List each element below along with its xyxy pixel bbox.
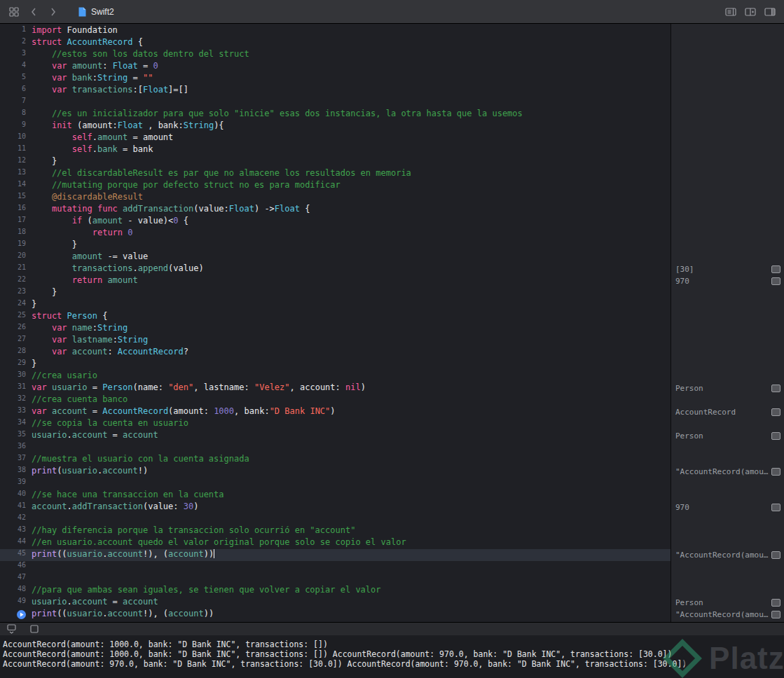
code-line[interactable]: var usuario = Person(name: "den", lastna… [32, 382, 670, 394]
code-line[interactable]: return amount [32, 275, 670, 287]
line-number[interactable]: 20 [0, 251, 32, 263]
line-number[interactable]: 48 [0, 585, 32, 597]
code-line[interactable] [32, 442, 670, 454]
code-line[interactable]: var account = AccountRecord(amount: 1000… [32, 406, 670, 418]
code-line[interactable]: //mutating porque por defecto struct no … [32, 180, 670, 192]
code-line[interactable]: //crea usario [32, 371, 670, 382]
line-number[interactable]: 26 [0, 323, 32, 335]
show-result-button[interactable] [771, 551, 780, 559]
code-line[interactable]: print(usuario.account!) [32, 466, 670, 478]
tab-swift2[interactable]: Swift2 [77, 4, 114, 20]
chevron-right-icon[interactable] [45, 4, 62, 20]
run-playground-button[interactable] [17, 610, 26, 619]
line-number[interactable]: 2 [0, 37, 32, 49]
code-line[interactable]: var name:String [32, 323, 670, 335]
line-number[interactable]: 6 [0, 85, 32, 97]
line-number[interactable]: 1 [0, 25, 32, 37]
code-area[interactable]: import Foundationstruct AccountRecord { … [32, 24, 670, 621]
grid-icon[interactable] [6, 4, 22, 20]
show-result-button[interactable] [771, 432, 780, 440]
line-number[interactable]: 24 [0, 299, 32, 311]
show-result-button[interactable] [771, 468, 780, 476]
line-number[interactable]: 4 [0, 61, 32, 73]
show-result-button[interactable] [771, 277, 780, 285]
line-number[interactable]: 32 [0, 394, 32, 406]
code-line[interactable]: //estos son los datos dentro del struct [32, 49, 670, 61]
line-number[interactable]: 10 [0, 132, 32, 144]
code-line[interactable]: usuario.account = account [32, 430, 670, 442]
code-line[interactable]: //el discardableResult es par que no alm… [32, 168, 670, 180]
line-number[interactable]: 43 [0, 525, 32, 537]
console-toggle-icon[interactable] [7, 624, 16, 634]
show-result-button[interactable] [771, 599, 780, 607]
code-line[interactable]: var transactions:[Float]=[] [32, 85, 670, 97]
code-line[interactable]: //es un inicializador para que solo "ini… [32, 109, 670, 120]
line-number[interactable]: 34 [0, 418, 32, 430]
code-line[interactable]: var amount: Float = 0 [32, 61, 670, 73]
line-number[interactable]: 9 [0, 120, 32, 132]
line-number[interactable]: 45 [0, 549, 32, 561]
line-number[interactable]: 42 [0, 513, 32, 525]
line-number[interactable]: 37 [0, 454, 32, 466]
line-number[interactable]: 28 [0, 347, 32, 359]
line-number[interactable]: 13 [0, 168, 32, 180]
code-line[interactable]: print((usuario.account!), (account)) [32, 609, 670, 621]
line-number[interactable]: 12 [0, 156, 32, 168]
inspector-panel-icon[interactable] [762, 4, 778, 20]
code-line[interactable]: //se hace una transaccion en la cuenta [32, 490, 670, 501]
square-icon[interactable] [30, 625, 39, 633]
code-line[interactable]: self.bank = bank [32, 144, 670, 156]
line-number[interactable]: 39 [0, 478, 32, 490]
line-number[interactable]: 22 [0, 275, 32, 287]
code-line[interactable]: //muestra el usuario con la cuenta asign… [32, 454, 670, 466]
code-line[interactable]: usuario.account = account [32, 597, 670, 609]
code-line[interactable]: var account: AccountRecord? [32, 347, 670, 359]
code-line[interactable] [32, 573, 670, 585]
code-line[interactable] [32, 478, 670, 490]
code-line[interactable]: var lastname:String [32, 335, 670, 347]
line-number[interactable]: 44 [0, 537, 32, 549]
line-number[interactable]: 36 [0, 442, 32, 454]
line-number[interactable]: 27 [0, 335, 32, 347]
line-number[interactable]: 29 [0, 359, 32, 371]
code-line[interactable]: } [32, 359, 670, 371]
code-line[interactable]: } [32, 240, 670, 251]
add-editor-icon[interactable] [742, 4, 759, 20]
code-line[interactable]: import Foundation [32, 25, 670, 37]
line-number[interactable]: 46 [0, 561, 32, 573]
code-line[interactable]: //en usuario.account quedo el valor orig… [32, 537, 670, 549]
line-number[interactable]: 25 [0, 311, 32, 323]
line-number[interactable]: 21 [0, 263, 32, 275]
line-number[interactable]: 7 [0, 97, 32, 109]
show-result-button[interactable] [771, 265, 780, 273]
code-line[interactable]: print((usuario.account!), (account)) [32, 549, 670, 561]
code-line[interactable]: //crea cuenta banco [32, 394, 670, 406]
code-line[interactable]: } [32, 287, 670, 299]
code-line[interactable]: if (amount - value)<0 { [32, 216, 670, 228]
code-line[interactable]: //hay diferencia porque la transaccion s… [32, 525, 670, 537]
line-number[interactable]: 30 [0, 371, 32, 382]
code-line[interactable]: return 0 [32, 228, 670, 240]
code-line[interactable]: init (amount:Float , bank:String){ [32, 120, 670, 132]
line-number[interactable]: 5 [0, 73, 32, 85]
code-line[interactable]: var bank:String = "" [32, 73, 670, 85]
line-number[interactable]: 49 [0, 597, 32, 609]
line-number[interactable]: 23 [0, 287, 32, 299]
code-line[interactable]: account.addTransaction(value: 30) [32, 501, 670, 513]
line-number[interactable]: 16 [0, 204, 32, 216]
show-result-button[interactable] [771, 385, 780, 392]
code-line[interactable]: transactions.append(value) [32, 263, 670, 275]
line-number[interactable]: 31 [0, 382, 32, 394]
line-number[interactable] [0, 609, 32, 621]
code-line[interactable]: mutating func addTransaction(value:Float… [32, 204, 670, 216]
code-line[interactable] [32, 561, 670, 573]
line-number[interactable]: 47 [0, 573, 32, 585]
line-number[interactable]: 17 [0, 216, 32, 228]
code-line[interactable]: self.amount = amount [32, 132, 670, 144]
line-number[interactable]: 38 [0, 466, 32, 478]
chevron-left-icon[interactable] [25, 4, 42, 20]
line-number[interactable]: 19 [0, 240, 32, 251]
line-number[interactable]: 3 [0, 49, 32, 61]
code-line[interactable] [32, 513, 670, 525]
code-line[interactable]: struct Person { [32, 311, 670, 323]
